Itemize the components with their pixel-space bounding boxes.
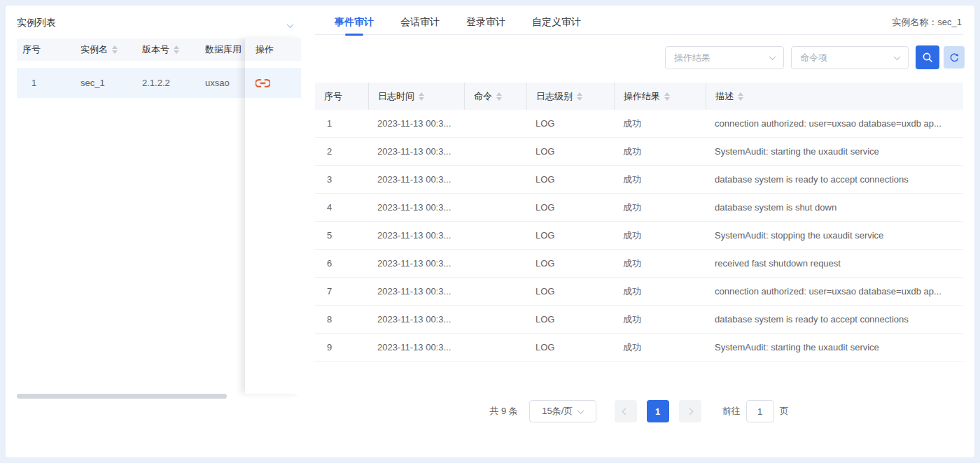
goto-page-label: 前往 — [722, 405, 741, 418]
cell-level: LOG — [526, 314, 614, 325]
tab-会话审计[interactable]: 会话审计 — [400, 10, 440, 34]
column-header-label: 版本号 — [142, 43, 169, 56]
column-header-label: 序号 — [324, 90, 342, 103]
cell-time: 2023-11-13 00:3... — [368, 258, 464, 269]
search-button[interactable] — [916, 45, 939, 69]
column-header[interactable]: 实例名 — [74, 43, 136, 56]
column-header[interactable]: 日志时间 — [368, 83, 464, 110]
tab-自定义审计[interactable]: 自定义审计 — [532, 10, 581, 34]
main-card: 实例列表 序号实例名版本号数据库用 1 sec_1 2.1.2.2 uxsao … — [6, 6, 974, 457]
cell-no: 8 — [315, 314, 368, 325]
table-row: 92023-11-13 00:3...LOG成功SystemAudit: sta… — [315, 334, 963, 362]
next-page-button[interactable] — [679, 400, 701, 422]
instance-table-row[interactable]: 1 sec_1 2.1.2.2 uxsao — [17, 68, 245, 98]
sort-caret-icon[interactable] — [738, 92, 743, 101]
column-header-label: 命令 — [474, 90, 492, 103]
instance-version: 2.1.2.2 — [136, 78, 200, 88]
cell-no: 7 — [315, 286, 368, 297]
column-header-label: 数据库用 — [205, 43, 241, 56]
instance-db-user: uxsao — [200, 78, 245, 88]
sort-caret-icon[interactable] — [419, 92, 424, 101]
magnifier-icon — [922, 52, 933, 63]
cell-no: 3 — [315, 174, 368, 185]
chevron-left-icon — [622, 408, 629, 415]
collapse-panel-button[interactable] — [284, 20, 295, 31]
cell-level: LOG — [526, 146, 614, 157]
audit-tabs: 事件审计会话审计登录审计自定义审计 — [335, 10, 581, 34]
tab-登录审计[interactable]: 登录审计 — [466, 10, 505, 34]
goto-page-input[interactable] — [746, 400, 774, 422]
cell-time: 2023-11-13 00:3... — [368, 202, 464, 213]
cell-time: 2023-11-13 00:3... — [368, 286, 464, 297]
refresh-button[interactable] — [944, 46, 965, 69]
cell-result: 成功 — [614, 117, 706, 130]
instance-list-title: 实例列表 — [17, 17, 56, 29]
cell-level: LOG — [526, 118, 614, 129]
cell-desc: database system is shut down — [706, 202, 963, 213]
cell-result: 成功 — [614, 145, 706, 158]
column-header[interactable]: 操作结果 — [614, 83, 706, 110]
table-row: 62023-11-13 00:3...LOG成功received fast sh… — [315, 250, 963, 278]
instance-table-header: 序号实例名版本号数据库用 — [17, 38, 245, 61]
column-header-label: 描述 — [715, 90, 734, 103]
table-row: 42023-11-13 00:3...LOG成功database system … — [315, 194, 963, 222]
cell-time: 2023-11-13 00:3... — [368, 118, 464, 129]
column-header[interactable]: 描述 — [706, 83, 963, 110]
prev-page-button[interactable] — [615, 400, 637, 422]
cell-level: LOG — [526, 286, 614, 297]
audit-table-body: 12023-11-13 00:3...LOG成功connection autho… — [315, 110, 963, 362]
column-header: 序号 — [17, 43, 74, 56]
sort-caret-icon[interactable] — [664, 92, 670, 101]
result-filter-placeholder: 操作结果 — [674, 52, 710, 64]
cell-desc: SystemAudit: starting the uxaudit servic… — [706, 146, 963, 157]
column-header[interactable]: 命令 — [464, 83, 526, 110]
page-size-value: 15条/页 — [542, 405, 573, 418]
refresh-icon — [949, 52, 960, 63]
audit-table: 序号日志时间命令日志级别操作结果描述 12023-11-13 00:3...LO… — [315, 83, 963, 362]
command-filter-placeholder: 命令项 — [800, 52, 827, 64]
sort-caret-icon[interactable] — [174, 45, 179, 54]
command-filter-select[interactable]: 命令项 — [791, 46, 909, 69]
page-size-select[interactable]: 15条/页 — [529, 400, 596, 422]
cell-no: 2 — [315, 146, 368, 157]
cell-level: LOG — [526, 202, 614, 213]
column-header-label: 操作结果 — [624, 90, 660, 103]
cell-desc: connection authorized: user=uxsao databa… — [706, 118, 963, 129]
horizontal-scrollbar[interactable] — [17, 394, 227, 399]
chevron-down-icon — [578, 407, 584, 414]
instance-name-value: sec_1 — [937, 17, 962, 27]
table-row: 82023-11-13 00:3...LOG成功database system … — [315, 306, 963, 334]
audit-table-header: 序号日志时间命令日志级别操作结果描述 — [315, 83, 963, 110]
page-unit-label: 页 — [780, 405, 789, 418]
sort-caret-icon[interactable] — [577, 92, 582, 101]
cell-desc: SystemAudit: stopping the uxaudit servic… — [706, 230, 963, 241]
link-icon[interactable] — [255, 79, 270, 87]
instance-action-cell — [245, 68, 301, 98]
cell-result: 成功 — [614, 313, 706, 326]
column-header: 序号 — [315, 83, 368, 110]
cell-level: LOG — [526, 258, 614, 269]
audit-tabs-bar: 事件审计会话审计登录审计自定义审计 实例名称：sec_1 — [315, 10, 963, 35]
cell-time: 2023-11-13 00:3... — [368, 146, 464, 157]
page-number-button[interactable]: 1 — [647, 400, 669, 422]
column-header-label: 日志时间 — [378, 90, 414, 103]
sort-caret-icon[interactable] — [112, 45, 118, 54]
result-filter-select[interactable]: 操作结果 — [665, 46, 784, 69]
table-row: 22023-11-13 00:3...LOG成功SystemAudit: sta… — [315, 138, 963, 166]
chevron-down-icon — [894, 53, 901, 60]
cell-no: 1 — [315, 118, 368, 129]
cell-no: 5 — [315, 230, 368, 241]
tab-事件审计[interactable]: 事件审计 — [335, 10, 374, 34]
cell-desc: SystemAudit: starting the uxaudit servic… — [706, 342, 963, 352]
column-header[interactable]: 日志级别 — [526, 83, 614, 110]
chevron-down-icon — [286, 21, 293, 28]
action-column-header: 操作 — [245, 38, 301, 61]
cell-no: 6 — [315, 258, 368, 269]
column-header[interactable]: 版本号 — [136, 43, 200, 56]
pagination-total: 共 9 条 — [489, 405, 517, 418]
cell-time: 2023-11-13 00:3... — [368, 174, 464, 185]
sort-caret-icon[interactable] — [496, 92, 502, 101]
cell-desc: connection authorized: user=uxsao databa… — [706, 286, 963, 297]
cell-no: 4 — [315, 202, 368, 213]
cell-result: 成功 — [614, 173, 706, 186]
